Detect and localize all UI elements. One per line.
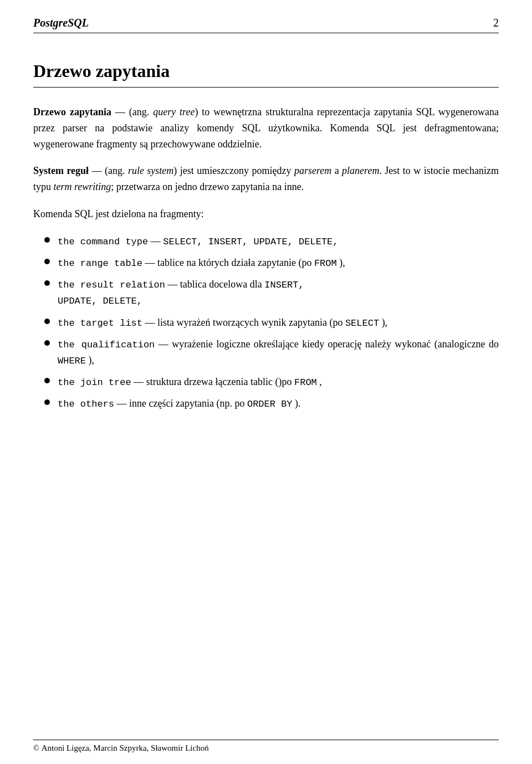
bullet-dot xyxy=(44,237,50,243)
system-regul-term: System reguł xyxy=(33,165,89,176)
bullet-dot xyxy=(44,399,50,405)
code-from: FROM xyxy=(314,258,337,269)
bullet-content-4: the target list — lista wyrażeń tworzący… xyxy=(58,315,499,331)
page: PostgreSQL 2 Drzewo zapytania Drzewo zap… xyxy=(0,0,532,764)
header-title: PostgreSQL xyxy=(33,17,89,29)
section-title: Drzewo zapytania xyxy=(33,61,499,81)
code-from-2: FROM xyxy=(294,377,317,388)
copyright-symbol: © xyxy=(33,744,39,753)
code-command-type: the command type xyxy=(58,237,148,247)
code-where: WHERE xyxy=(58,356,86,366)
code-result-relation: the result relation xyxy=(58,280,165,290)
list-item: the join tree — struktura drzewa łączeni… xyxy=(44,374,499,390)
code-values-1: SELECT, INSERT, UPDATE, DELETE, xyxy=(163,237,338,247)
text-end-4: ), xyxy=(382,317,388,328)
text-end-6: , xyxy=(319,376,322,387)
code-order-by: ORDER BY xyxy=(247,399,293,409)
text-end-2: ), xyxy=(339,257,345,268)
code-insert: INSERT, xyxy=(264,280,304,290)
list-item: the result relation — tablica docelowa d… xyxy=(44,276,499,309)
bullet-dot xyxy=(44,259,50,264)
code-others: the others xyxy=(58,399,114,409)
bullet-list: the command type — SELECT, INSERT, UPDAT… xyxy=(44,233,499,412)
dash-2: — tablice na których działa zapytanie (p… xyxy=(145,257,314,268)
header-page-number: 2 xyxy=(493,17,499,29)
list-item: the range table — tablice na których dzi… xyxy=(44,255,499,271)
bullet-dot xyxy=(44,280,50,286)
dash-6: — struktura drzewa łączenia tablic ()po xyxy=(134,376,294,387)
page-footer: © Antoni Ligęza, Marcin Szpyrka, Sławomi… xyxy=(33,740,499,753)
system-regul-text: — (ang. rule system) jest umieszczony po… xyxy=(33,165,499,192)
bullet-content-1: the command type — SELECT, INSERT, UPDAT… xyxy=(58,233,499,249)
fragments-intro: Komenda SQL jest dzielona na fragmenty: xyxy=(33,206,499,222)
dash-4: — lista wyrażeń tworzących wynik zapytan… xyxy=(145,317,345,328)
code-update-delete: UPDATE, DELETE, xyxy=(58,296,142,306)
list-item: the command type — SELECT, INSERT, UPDAT… xyxy=(44,233,499,249)
intro-paragraph-1: Drzewo zapytania — (ang. query tree) to … xyxy=(33,104,499,152)
text-end-7: ). xyxy=(295,398,301,409)
intro-paragraph-2: System reguł — (ang. rule system) jest u… xyxy=(33,163,499,195)
code-select: SELECT xyxy=(345,318,379,329)
main-term: Drzewo zapytania xyxy=(33,106,111,117)
dash-5: — wyrażenie logiczne określające kiedy o… xyxy=(158,339,499,350)
code-target-list: the target list xyxy=(58,318,142,329)
list-item: the qualification — wyrażenie logiczne o… xyxy=(44,336,499,368)
dash-7: — inne części zapytania (np. po xyxy=(117,398,247,409)
bullet-content-3: the result relation — tablica docelowa d… xyxy=(58,276,499,309)
bullet-dot xyxy=(44,319,50,324)
dash-1: — xyxy=(151,235,163,247)
section-divider xyxy=(33,87,499,88)
text-end-5: ), xyxy=(89,355,95,366)
main-content: Drzewo zapytania — (ang. query tree) to … xyxy=(33,104,499,412)
bullet-content-7: the others — inne części zapytania (np. … xyxy=(58,396,499,412)
bullet-content-2: the range table — tablice na których dzi… xyxy=(58,255,499,271)
page-header: PostgreSQL 2 xyxy=(33,17,499,33)
bullet-dot xyxy=(44,378,50,383)
dash-3: — tablica docelowa dla xyxy=(167,279,264,290)
code-range-table: the range table xyxy=(58,258,142,269)
bullet-content-5: the qualification — wyrażenie logiczne o… xyxy=(58,336,499,368)
code-join-tree: the join tree xyxy=(58,377,131,388)
bullet-content-6: the join tree — struktura drzewa łączeni… xyxy=(58,374,499,390)
list-item: the others — inne części zapytania (np. … xyxy=(44,396,499,412)
list-item: the target list — lista wyrażeń tworzący… xyxy=(44,315,499,331)
footer-authors: Antoni Ligęza, Marcin Szpyrka, Sławomir … xyxy=(42,744,209,753)
code-qualification: the qualification xyxy=(58,340,155,350)
bullet-dot xyxy=(44,340,50,346)
